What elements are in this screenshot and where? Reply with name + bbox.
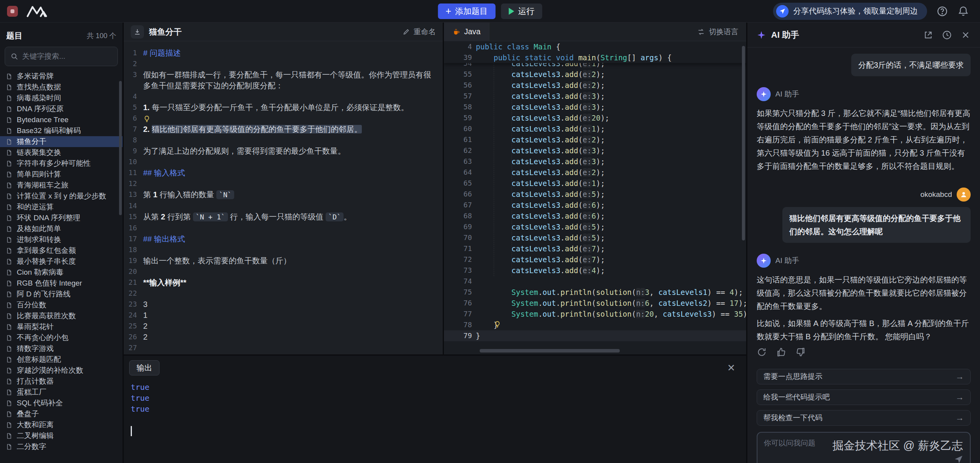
problem-line[interactable]: 10 (124, 156, 443, 167)
problem-line[interactable]: 241 (124, 310, 443, 321)
editor-line[interactable]: 63 catsLevels3.add(e:3); (444, 156, 746, 167)
sidebar-item[interactable]: 多米诺骨牌 (0, 71, 123, 82)
editor-line[interactable]: 78 } (444, 319, 746, 330)
problem-line[interactable]: 252 (124, 321, 443, 331)
bell-icon[interactable] (957, 5, 969, 17)
add-problem-button[interactable]: + 添加题目 (438, 4, 496, 19)
help-icon[interactable] (936, 5, 948, 17)
problem-line[interactable]: 6 (124, 113, 443, 124)
sidebar-item[interactable]: 百分位数 (0, 300, 123, 310)
sidebar-item[interactable]: 病毒感染时间 (0, 93, 123, 103)
problem-line[interactable]: 11## 输入格式 (124, 167, 443, 178)
editor-lines[interactable]: 54 catsLevels3.add(e:1);55 catsLevels3.a… (444, 58, 746, 341)
editor-line[interactable]: 59 catsLevels3.add(e:20); (444, 112, 746, 123)
suggestion-button[interactable]: 需要一点思路提示→ (757, 369, 971, 384)
sidebar-item[interactable]: Base32 编码和解码 (0, 125, 123, 136)
sidebar-item[interactable]: 二分数字 (0, 441, 123, 452)
tab-java[interactable]: Java (444, 23, 489, 41)
send-icon[interactable] (954, 454, 964, 463)
thumbs-up-icon[interactable] (776, 347, 786, 357)
share-banner[interactable]: 分享代码练习体验，领取量定制周边 (773, 3, 927, 20)
editor-line[interactable]: 68 catsLevels3.add(e:6); (444, 210, 746, 221)
sidebar-scrollbar[interactable] (119, 81, 122, 215)
editor-line[interactable]: 74 (444, 276, 746, 287)
problem-line[interactable]: 17## 输出格式 (124, 233, 443, 244)
problem-line[interactable]: 14 (124, 200, 443, 211)
problem-line[interactable]: 22 (124, 288, 443, 299)
problem-line[interactable]: 2 (124, 58, 443, 69)
problem-line[interactable]: 9为了满足上边的分配规则，需要得到需要的最少鱼干数量。 (124, 146, 443, 156)
sidebar-item[interactable]: 字符串有多少种可能性 (0, 158, 123, 169)
problem-line[interactable]: 12 (124, 178, 443, 189)
download-icon[interactable] (131, 25, 144, 39)
expand-icon[interactable] (923, 30, 933, 40)
sidebar-item[interactable]: 打点计数器 (0, 376, 123, 387)
editor-line[interactable]: 57 catsLevels3.add(e:3); (444, 91, 746, 102)
editor-line[interactable]: 71 catsLevels3.add(e:7); (444, 243, 746, 254)
sidebar-item[interactable]: 叠盘子 (0, 409, 123, 419)
sidebar-item[interactable]: 环状 DNA 序列整理 (0, 212, 123, 223)
output-lines[interactable]: truetruetrue (124, 375, 746, 463)
sidebar-item[interactable]: SQL 代码补全 (0, 398, 123, 409)
editor-line[interactable]: 60 catsLevels3.add(e:1); (444, 123, 746, 134)
editor-horizontal-scrollbar[interactable] (480, 349, 620, 353)
refresh-icon[interactable] (757, 347, 767, 357)
lightbulb-icon[interactable] (143, 115, 151, 123)
sidebar-item[interactable]: 猜数字游戏 (0, 343, 123, 354)
sidebar-item[interactable]: 大数和距离 (0, 419, 123, 430)
sidebar-item[interactable]: 和的逆运算 (0, 202, 123, 212)
editor-line[interactable]: 61 catsLevels3.add(e:2); (444, 134, 746, 145)
sidebar-item[interactable]: 最小替换子串长度 (0, 256, 123, 267)
problem-line[interactable]: 16 (124, 223, 443, 233)
sidebar-item[interactable]: 链表聚集交换 (0, 147, 123, 158)
problem-line[interactable]: 1# 问题描述 (124, 47, 443, 58)
problem-line[interactable]: 13第 1 行输入猫的数量 `N` (124, 189, 443, 200)
editor-line[interactable]: 66 catsLevels3.add(e:5); (444, 189, 746, 200)
editor-line[interactable]: 56 catsLevels3.add(e:2); (444, 80, 746, 91)
switch-language-button[interactable]: 切换语言 (697, 27, 738, 37)
close-icon[interactable]: ✕ (727, 363, 735, 373)
search-input[interactable] (22, 52, 112, 61)
run-button[interactable]: 运行 (501, 4, 542, 19)
sidebar-item[interactable]: 蛋糕工厂 (0, 387, 123, 398)
sidebar-item[interactable]: 猫鱼分干 (0, 136, 123, 147)
problem-line[interactable]: 18 (124, 244, 443, 255)
editor-line[interactable]: 55 catsLevels3.add(e:2); (444, 69, 746, 80)
editor-line[interactable]: 69 catsLevels3.add(e:5); (444, 221, 746, 232)
lightbulb-icon[interactable] (494, 321, 501, 328)
search-box[interactable] (5, 47, 118, 66)
sidebar-item[interactable]: 阿 D 的飞行路线 (0, 289, 123, 300)
suggestion-button[interactable]: 给我一些代码提示吧→ (757, 389, 971, 405)
problem-line[interactable]: 27 (124, 342, 443, 353)
sidebar-item[interactable]: RGB 色值转 Integer (0, 278, 123, 289)
editor-line[interactable]: 72 catsLevels3.add(e:7); (444, 254, 746, 265)
editor-line[interactable]: 77 System.out.println(solution(n:20, cat… (444, 309, 746, 319)
sidebar-item[interactable]: 创意标题匹配 (0, 354, 123, 365)
rename-button[interactable]: 重命名 (403, 27, 436, 37)
problem-line[interactable]: 21**输入样例** (124, 277, 443, 288)
problem-line[interactable]: 51. 每一只猫至少要分配一斤鱼干，鱼干分配最小单位是斤，必须保证是整数。 (124, 102, 443, 113)
history-icon[interactable] (942, 30, 952, 40)
editor-line[interactable]: 79} (444, 330, 746, 341)
sidebar-item[interactable]: 简单四则计算 (0, 169, 123, 180)
editor-line[interactable]: 67 catsLevels3.add(e:6); (444, 200, 746, 210)
problem-line[interactable]: 19输出一个整数，表示需要的鱼干数量（斤） (124, 255, 443, 266)
problem-line[interactable]: 4 (124, 91, 443, 102)
problem-lines[interactable]: 1# 问题描述23假如有一群猫排成一行，要分配鱼干，每一只猫都有一个等级值。你作… (124, 41, 443, 354)
problem-line[interactable]: 262 (124, 331, 443, 342)
editor-line[interactable]: 62 catsLevels3.add(e:3); (444, 145, 746, 156)
editor-line[interactable]: 58 catsLevels3.add(e:3); (444, 102, 746, 112)
sidebar-item[interactable]: 拿到最多红包金额 (0, 245, 123, 256)
sidebar-item[interactable]: 不再贪心的小包 (0, 332, 123, 343)
sidebar-item[interactable]: 及格如此简单 (0, 223, 123, 234)
sidebar-item[interactable]: 青海湖租车之旅 (0, 180, 123, 191)
sidebar-item[interactable]: Bytedance Tree (0, 114, 123, 125)
sidebar-item[interactable]: 查找热点数据 (0, 82, 123, 93)
thumbs-down-icon[interactable] (796, 347, 806, 357)
editor-line[interactable]: 76 System.out.println(solution(n:6, cats… (444, 298, 746, 309)
sidebar-item[interactable]: 暴雨梨花针 (0, 321, 123, 332)
problem-line[interactable]: 15从第 2 行到第 `N + 1` 行，输入每一只猫的等级值 `D`。 (124, 211, 443, 223)
editor-line[interactable]: 65 catsLevels3.add(e:1); (444, 178, 746, 189)
sidebar-item[interactable]: Cion 勒索病毒 (0, 267, 123, 278)
problem-line[interactable]: 3假如有一群猫排成一行，要分配鱼干，每一只猫都有一个等级值。你作为管理员有很多鱼… (124, 69, 443, 91)
